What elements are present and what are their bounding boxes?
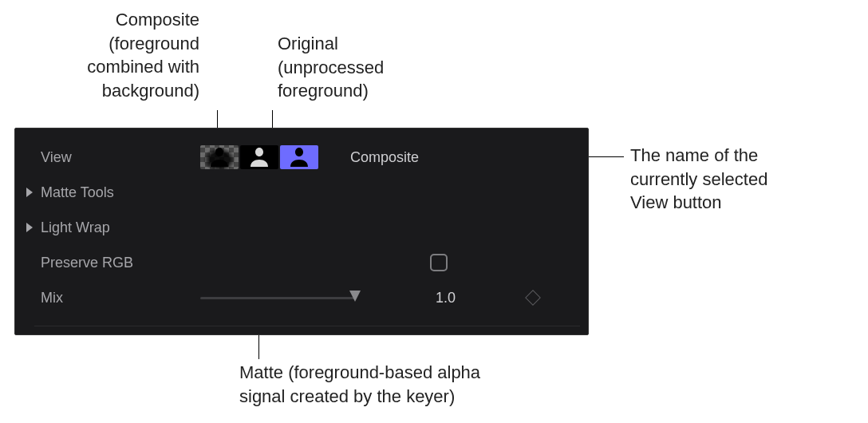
callout-matte: Matte (foreground-based alpha signal cre… <box>239 361 558 408</box>
light-wrap-label[interactable]: Light Wrap <box>41 219 200 236</box>
mix-value[interactable]: 1.0 <box>436 290 456 306</box>
view-button-composite[interactable] <box>200 145 239 169</box>
selected-view-name: Composite <box>350 149 419 166</box>
view-button-original[interactable] <box>280 145 318 169</box>
callout-view-name: The name of the currently selected View … <box>630 144 854 215</box>
mix-label: Mix <box>41 290 200 306</box>
matte-tools-label[interactable]: Matte Tools <box>41 184 200 201</box>
disclosure-triangle-icon[interactable] <box>26 223 33 232</box>
view-label: View <box>41 149 200 166</box>
view-button-matte[interactable] <box>240 145 278 169</box>
disclosure-triangle-icon[interactable] <box>26 188 33 197</box>
preserve-rgb-checkbox[interactable] <box>430 254 448 271</box>
view-mode-buttons <box>200 145 318 169</box>
callout-original: Original (unprocessed foreground) <box>278 32 437 103</box>
keyer-inspector-panel: View Composite Matte Tools Light Wrap Pr… <box>14 128 589 335</box>
callout-composite: Composite (foreground combined with back… <box>64 8 199 103</box>
preserve-rgb-label: Preserve RGB <box>41 255 200 271</box>
panel-divider <box>34 326 580 326</box>
mix-slider[interactable] <box>200 297 356 299</box>
keyframe-diamond-icon[interactable] <box>525 290 541 306</box>
silhouette-icon <box>211 148 228 167</box>
slider-thumb-icon[interactable] <box>348 291 362 303</box>
silhouette-icon <box>251 148 268 167</box>
silhouette-icon <box>290 148 308 167</box>
